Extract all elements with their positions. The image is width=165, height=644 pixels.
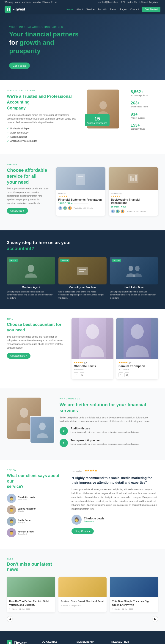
svg-point-20 [39,422,46,430]
partner-section: ACCOUNTING PARTNER We're a Trusted and P… [0,80,165,154]
checklist-item: Social Strategist [7,135,80,138]
step-title-1: Meet our Agent [7,286,55,288]
footer-quicklinks-col: QUICKLINKS Accounting Solution Bookkeepi… [42,640,70,644]
news-tag: BLOG [7,558,158,560]
instagram-icon[interactable]: ◻ [124,372,129,377]
partner-badge: 15 Years of experience [85,114,110,126]
why-heading: We are better solution for your financia… [60,402,158,414]
news-title-1: How Do You Define Electric Field, Voltag… [9,600,53,607]
nav-news[interactable]: News [110,8,117,11]
study-cases-button[interactable]: Study Cases ➤ [72,528,94,534]
checklist-item: Adept Technology [7,131,80,134]
accountants-tag: TEAM [7,318,64,320]
nav-service[interactable]: Service [86,8,95,11]
services-cards: Financial ★★★★★ Financial Statements Pre… [56,167,158,216]
stats-box: 8,562+ Accounting Clients 263+ Experienc… [130,90,158,134]
review-avatar-row-1[interactable]: 👩 Charlotte Lewis Accountant [7,494,64,503]
nav-about[interactable]: About [76,8,83,11]
all-services-button[interactable]: All Services ➤ [7,208,28,214]
news-card-3[interactable]: This Dam Simple Trick is a Big Green Ene… [110,577,158,612]
all-accountants-button[interactable]: All Accountant ➤ [7,353,30,359]
why-tag: WHY CHOOSE US [60,398,158,400]
review-avatar-2: 👨 [7,505,16,514]
service-card-1: Financial ★★★★★ Financial Statements Pre… [56,167,106,216]
news-heading: Don't miss our latest news [7,562,158,572]
step-body-3: Sed ut perspiciatis unde omnis iste natu… [110,290,158,300]
accountants-cards: ★★★★★ 4.7 Charlotte Lewis Accountant f ◻… [72,318,158,379]
step-card-3: Step 03 Hired Astra Team Sed ut perspici… [110,257,158,300]
partner-heading-accent: Company [7,106,26,110]
facebook-icon[interactable]: f [118,372,123,377]
quicklinks-title: QUICKLINKS [42,640,70,643]
news-card-2[interactable]: Review: Span Smart Electrical Panel ✏ Ad… [58,577,107,612]
why-images [7,398,53,439]
accountant-body-charlotte: ★★★★★ 4.7 Charlotte Lewis Accountant f ◻ [72,359,114,379]
accountant-image-charlotte [72,318,114,359]
stat-company-trust: 153+ Company Trust [130,123,158,130]
svg-point-16 [86,324,99,339]
steps-heading: 3 easy step to hire us as your accountan… [7,240,158,252]
review-right: 200 Review ★★★★★ "I Highly recommend thi… [72,469,158,540]
review-left: REVIEW What our client says about our se… [7,469,64,540]
hero-heading: Your financial partners for growth andpr… [9,30,156,55]
step-badge-1: Step 01 [9,259,18,262]
step-title-3: Hired Astra Team [110,286,158,288]
news-prev-arrow[interactable]: ◀ [7,616,13,622]
nav-contact[interactable]: Contact [130,8,139,11]
review-avatar-row-2[interactable]: 👨 James Anderson Director [7,505,64,514]
svg-point-18 [131,324,144,339]
accountant-role-samuel: Accountant [118,368,156,370]
footer-membership-col: MEMBERSHIP About Company Services Portfo… [76,640,104,644]
accountant-card-charlotte: ★★★★★ 4.7 Charlotte Lewis Accountant f ◻ [72,318,114,379]
step-body-1: Sed ut perspiciatis unde omnis iste natu… [7,290,55,300]
working-hours: Working Hours : Monday - Saturday, 09 Am… [4,1,57,4]
why-feature-transparent: ✦ Transparent & precise Lorem ipsum dolo… [60,439,158,447]
service-card-body-1: Financial ★★★★★ Financial Statements Pre… [56,190,106,212]
footer-about-col: ▐▐ Finvest Sed ut perspiciatis unde omni… [7,640,35,644]
news-next-arrow[interactable]: ▶ [152,616,158,622]
accountants-body: Sed ut perspiciatis unde omnis iste natu… [7,335,64,350]
services-heading: Choose affordable service for all your n… [7,167,49,185]
news-grid: How Do You Define Electric Field, Voltag… [7,577,158,612]
news-card-1[interactable]: How Do You Define Electric Field, Voltag… [7,577,55,612]
partner-image-box: 15 Years of experience [87,90,124,128]
nav-links: Home About Service Portfolio News Pages … [66,7,160,12]
review-quote: "I Highly recommend this social media ma… [72,476,158,485]
facebook-icon[interactable]: f [74,372,78,377]
checklist-item: Affordable Price & Budget [7,140,80,142]
review-heading-accent: service? [7,484,24,489]
review-heading: What our client says about our service? [7,473,64,489]
services-header-left: Choose affordable service for all your n… [7,167,49,214]
review-author-name: Charlotte Lewis [84,517,104,520]
accountant-role-charlotte: Accountant [74,368,111,370]
get-quote-button[interactable]: Get a quote [9,62,30,69]
accountants-section: TEAM Choose best accountant for you need… [0,309,165,388]
review-avatar-row-3[interactable]: 👩 Emily Carter Manager [7,517,64,526]
accountant-name-samuel: Samuel Thompson [118,364,156,368]
partner-left: ACCOUNTING PARTNER We're a Trusted and P… [7,90,80,145]
nav-home[interactable]: Home [66,8,73,11]
avatar-sm: 👤 [68,206,72,210]
accountant-name-charlotte: Charlotte Lewis [74,364,111,368]
get-started-button[interactable]: Get Started [142,7,160,12]
instagram-icon[interactable]: ◻ [80,372,84,377]
svg-point-19 [20,408,28,418]
steps-heading-accent: accountant? [7,246,34,251]
nav-pages[interactable]: Pages [120,8,127,11]
email: contact@finvest.co [98,1,118,4]
nav-portfolio[interactable]: Portfolio [98,8,107,11]
step-badge-3: Step 03 [112,259,121,262]
avatar-sm: 👤 [116,209,120,214]
service-card-2: Bookkeeping ★★★★★ Bookkeeping financial … [108,167,158,216]
review-avatar-row-4[interactable]: 👨 Michael Brown Consultant [7,528,64,537]
partner-body: Sed ut perspiciatis unde omnis iste natu… [7,113,80,124]
step-badge-2: Step 02 [60,259,70,262]
transparent-icon: ✦ [60,439,68,447]
transparent-desc: Lorem ipsum dolor sit amet, consectetur … [70,443,139,446]
step-body-2: Sed ut perspiciatis unde omnis iste natu… [58,290,107,300]
stat-project-success: 93+ Project Success [130,112,158,120]
partner-heading: We're a Trusted and Professional Account… [7,94,80,111]
review-stars: ★★★★★ [84,469,97,472]
newsletter-title: NEWSLETTER [112,640,158,643]
hero-section: YOUR FINANCIAL ACCOUNTING PARTNER Your f… [0,14,165,80]
